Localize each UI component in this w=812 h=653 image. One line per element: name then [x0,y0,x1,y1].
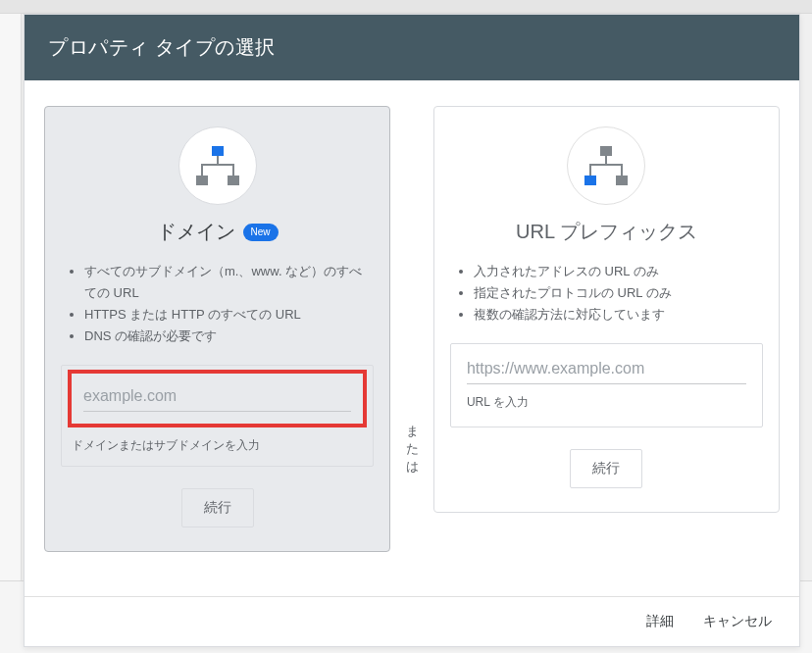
feature-item: 入力されたアドレスの URL のみ [474,261,763,282]
new-badge: New [243,224,279,241]
hierarchy-icon [196,146,239,185]
feature-item: 複数の確認方法に対応しています [474,304,763,326]
modal-title: プロパティ タイプの選択 [25,15,799,80]
details-button[interactable]: 詳細 [646,613,674,630]
domain-icon-circle [178,126,257,205]
prefix-input-helper: URL を入力 [467,394,746,411]
domain-input[interactable] [83,383,351,412]
prefix-continue-button[interactable]: 続行 [570,449,642,488]
property-type-modal: プロパティ タイプの選択 ドメイン New すべてのサブドメイ [24,14,800,647]
property-card-url-prefix[interactable]: URL プレフィックス 入力されたアドレスの URL のみ 指定されたプロトコル… [433,106,780,513]
domain-input-wrap: ドメインまたはサブドメインを入力 [61,365,374,467]
highlight-box [68,370,367,427]
modal-footer: 詳細 キャンセル [25,596,799,646]
property-card-domain[interactable]: ドメイン New すべてのサブドメイン（m.、www. など）のすべての URL… [44,106,390,552]
cancel-button[interactable]: キャンセル [703,613,772,630]
domain-feature-list: すべてのサブドメイン（m.、www. など）のすべての URL HTTPS また… [61,261,374,347]
background-sidebar [0,14,22,653]
prefix-icon-circle [567,126,645,205]
domain-continue-button[interactable]: 続行 [181,488,254,527]
domain-input-helper: ドメインまたはサブドメインを入力 [72,437,363,454]
feature-item: 指定されたプロトコルの URL のみ [474,282,763,304]
prefix-input[interactable] [467,356,746,384]
feature-item: DNS の確認が必要です [84,326,374,347]
background-topbar [0,0,812,14]
domain-card-title: ドメイン [157,219,235,245]
hierarchy-icon [584,146,628,185]
prefix-card-title: URL プレフィックス [516,219,697,245]
divider-or: または [400,423,424,477]
prefix-input-wrap: URL を入力 [450,343,763,427]
modal-content: ドメイン New すべてのサブドメイン（m.、www. など）のすべての URL… [25,80,799,596]
feature-item: すべてのサブドメイン（m.、www. など）のすべての URL [84,261,374,304]
prefix-feature-list: 入力されたアドレスの URL のみ 指定されたプロトコルの URL のみ 複数の… [450,261,763,326]
feature-item: HTTPS または HTTP のすべての URL [84,304,374,326]
